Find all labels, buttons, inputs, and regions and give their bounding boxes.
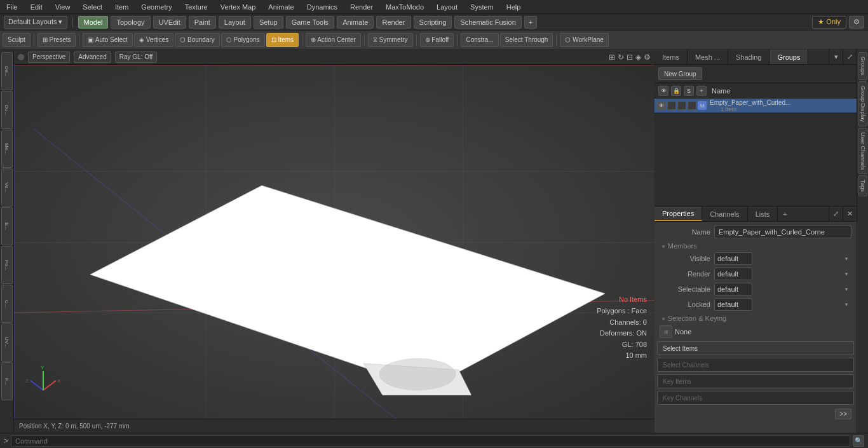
action-center-button[interactable]: ⊕ Action Center bbox=[306, 33, 361, 47]
menu-render[interactable]: Render bbox=[348, 2, 376, 12]
menu-help[interactable]: Help bbox=[504, 2, 524, 12]
menu-geometry[interactable]: Geometry bbox=[139, 2, 174, 12]
vtab-groups[interactable]: Groups bbox=[858, 52, 867, 80]
menu-maxtomodo[interactable]: MaxToModo bbox=[383, 2, 426, 12]
prop-expand-1[interactable]: ⤢ bbox=[829, 207, 843, 222]
menu-item[interactable]: Item bbox=[112, 2, 131, 12]
menu-system[interactable]: System bbox=[468, 2, 496, 12]
group-row-0[interactable]: 👁 M Empty_Paper_with_Curled... 1 Item bbox=[654, 98, 857, 112]
prop-tab-lists[interactable]: Lists bbox=[748, 207, 778, 221]
sidebar-tab-6[interactable]: Po... bbox=[1, 246, 13, 284]
menu-file[interactable]: File bbox=[4, 2, 20, 12]
prop-chevron-button[interactable]: >> bbox=[835, 409, 851, 419]
group-check-2[interactable] bbox=[677, 101, 686, 110]
menu-layout[interactable]: Layout bbox=[434, 2, 460, 12]
sidebar-tab-3[interactable]: Me... bbox=[1, 130, 13, 168]
layout-tab-layout[interactable]: Layout bbox=[219, 16, 251, 29]
menu-vertex-map[interactable]: Vertex Map bbox=[218, 2, 259, 12]
ray-gl-button[interactable]: Ray GL: Off bbox=[115, 51, 158, 63]
group-check-3[interactable] bbox=[688, 101, 696, 110]
menu-select[interactable]: Select bbox=[80, 2, 105, 12]
command-search[interactable]: 🔍 bbox=[853, 435, 864, 447]
viewport-icon-rotate[interactable]: ↻ bbox=[618, 53, 624, 62]
layout-tab-topology[interactable]: Topology bbox=[111, 16, 150, 29]
symmetry-button[interactable]: ⧖ Symmetry bbox=[368, 33, 413, 47]
viewport-canvas[interactable]: No Items Polygons : Face Channels: 0 Def… bbox=[14, 65, 654, 419]
layout-tab-scripting[interactable]: Scripting bbox=[414, 16, 452, 29]
new-group-button[interactable]: New Group bbox=[658, 67, 702, 80]
layout-dropdown[interactable]: Default Layouts ▾ bbox=[4, 16, 67, 29]
layout-tab-gametools[interactable]: Game Tools bbox=[286, 16, 335, 29]
prop-visible-select[interactable]: default bbox=[714, 252, 752, 265]
panel-tab-dropdown[interactable]: ▾ bbox=[829, 50, 843, 64]
sidebar-tab-9[interactable]: F... bbox=[1, 362, 13, 400]
viewport-icon-camera[interactable]: ⊡ bbox=[627, 53, 633, 62]
list-plus-icon[interactable]: + bbox=[696, 86, 707, 96]
select-channels-button[interactable]: Select Channels bbox=[657, 358, 854, 372]
key-items-button[interactable]: Key Items bbox=[657, 374, 854, 388]
sidebar-tab-5[interactable]: E... bbox=[1, 207, 13, 245]
layout-tab-render[interactable]: Render bbox=[376, 16, 410, 29]
sidebar-tab-1[interactable]: De... bbox=[1, 52, 13, 90]
constraints-button[interactable]: Constra... bbox=[461, 33, 498, 47]
sidebar-tab-4[interactable]: Ve... bbox=[1, 168, 13, 207]
advanced-button[interactable]: Advanced bbox=[74, 51, 111, 63]
sidebar-tab-2[interactable]: Du... bbox=[1, 91, 13, 129]
menu-dynamics[interactable]: Dynamics bbox=[304, 2, 340, 12]
vtab-group-display[interactable]: Group Display bbox=[858, 81, 867, 126]
list-eye-icon[interactable]: 👁 bbox=[658, 86, 668, 96]
presets-button[interactable]: ⊞ Presets bbox=[37, 33, 76, 47]
sidebar-tab-7[interactable]: C... bbox=[1, 285, 13, 323]
workplane-button[interactable]: ⬡ WorkPlane bbox=[560, 33, 609, 47]
panel-tab-shading[interactable]: Shading bbox=[728, 50, 770, 64]
panel-tab-groups[interactable]: Groups bbox=[770, 50, 808, 64]
sidebar-tab-8[interactable]: UV... bbox=[1, 323, 13, 362]
vtab-user-channels[interactable]: User Channels bbox=[858, 128, 867, 175]
key-channels-button[interactable]: Key Channels bbox=[657, 391, 854, 405]
menu-edit[interactable]: Edit bbox=[28, 2, 45, 12]
select-through-button[interactable]: Select Through bbox=[500, 33, 553, 47]
boundary-button[interactable]: ⬡ Boundary bbox=[175, 33, 220, 47]
command-input[interactable] bbox=[11, 435, 850, 447]
viewport-dot[interactable] bbox=[18, 54, 24, 60]
prop-tab-channels[interactable]: Channels bbox=[702, 207, 747, 221]
layout-add-button[interactable]: + bbox=[524, 16, 537, 29]
viewport-icon-settings[interactable]: ⚙ bbox=[644, 53, 651, 62]
select-items-button[interactable]: Select Items bbox=[657, 341, 854, 355]
menu-texture[interactable]: Texture bbox=[182, 2, 210, 12]
groups-list[interactable]: 👁 M Empty_Paper_with_Curled... 1 Item bbox=[654, 98, 857, 207]
list-solo-icon[interactable]: S bbox=[684, 86, 694, 96]
layout-gear-button[interactable]: ⚙ bbox=[849, 16, 864, 29]
layout-tab-uvedit[interactable]: UVEdit bbox=[153, 16, 186, 29]
prop-name-input[interactable] bbox=[714, 226, 851, 238]
viewport-icon-render[interactable]: ◈ bbox=[635, 53, 641, 62]
command-arrow[interactable]: > bbox=[4, 437, 8, 445]
auto-select-button[interactable]: ▣ Auto Select bbox=[83, 33, 132, 47]
menu-animate[interactable]: Animate bbox=[266, 2, 296, 12]
viewport-icon-grid[interactable]: ⊞ bbox=[609, 53, 615, 62]
vtab-tags[interactable]: Tags bbox=[858, 175, 867, 196]
layout-star-button[interactable]: ★ Only bbox=[812, 16, 846, 29]
falloff-button[interactable]: ⊚ Falloff bbox=[420, 33, 454, 47]
perspective-button[interactable]: Perspective bbox=[28, 51, 70, 63]
sculpt-button[interactable]: Sculpt bbox=[3, 33, 31, 47]
prop-tab-plus[interactable]: + bbox=[778, 207, 792, 221]
prop-render-select[interactable]: default bbox=[714, 268, 752, 280]
layout-tab-animate[interactable]: Animate bbox=[337, 16, 374, 29]
group-check-1[interactable] bbox=[667, 101, 676, 110]
prop-selectable-select[interactable]: default bbox=[714, 283, 752, 295]
polygons-button[interactable]: ⬡ Polygons bbox=[221, 33, 265, 47]
items-button[interactable]: ⊡ Items bbox=[266, 33, 299, 47]
list-lock-icon[interactable]: 🔒 bbox=[671, 86, 681, 96]
menu-view[interactable]: View bbox=[53, 2, 73, 12]
panel-tab-mesh[interactable]: Mesh ... bbox=[688, 50, 728, 64]
layout-tab-setup[interactable]: Setup bbox=[254, 16, 283, 29]
panel-tab-items[interactable]: Items bbox=[654, 50, 688, 64]
prop-expand-2[interactable]: ✕ bbox=[843, 207, 857, 222]
vertices-button[interactable]: ◈ Vertices bbox=[134, 33, 173, 47]
prop-locked-select[interactable]: default bbox=[714, 298, 752, 311]
layout-tab-paint[interactable]: Paint bbox=[189, 16, 216, 29]
prop-tab-properties[interactable]: Properties bbox=[654, 207, 702, 221]
panel-expand-btn[interactable]: ⤢ bbox=[843, 50, 857, 64]
layout-tab-schematic[interactable]: Schematic Fusion bbox=[454, 16, 521, 29]
